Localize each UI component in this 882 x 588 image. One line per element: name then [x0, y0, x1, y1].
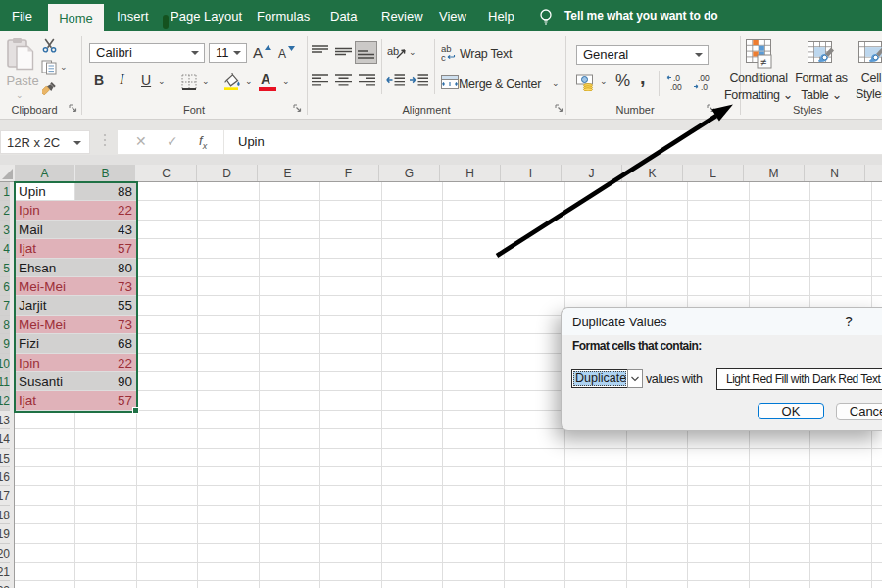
svg-text:.00: .00 [670, 82, 682, 91]
svg-text:ab: ab [387, 45, 399, 57]
svg-text:c: c [441, 52, 446, 62]
svg-text:.0: .0 [701, 82, 708, 91]
svg-text:≠: ≠ [760, 56, 766, 68]
